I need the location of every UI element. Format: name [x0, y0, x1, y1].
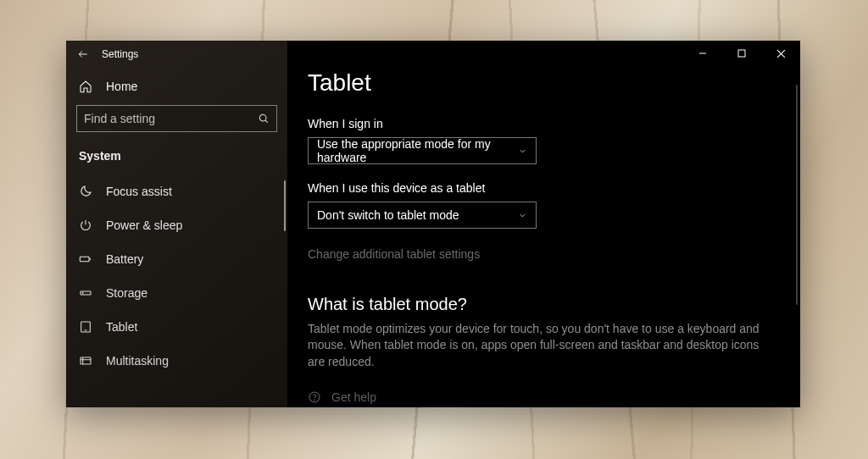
advanced-link[interactable]: Change additional tablet settings	[308, 247, 780, 261]
svg-point-3	[82, 293, 83, 294]
chevron-down-icon	[518, 147, 527, 156]
sign-in-label: When I sign in	[308, 117, 780, 130]
minimize-button[interactable]	[683, 41, 722, 66]
search-container	[76, 105, 277, 132]
moon-icon	[79, 185, 92, 198]
multitasking-icon	[79, 354, 92, 368]
minimize-icon	[698, 49, 707, 58]
sidebar-item-label: Storage	[106, 286, 147, 300]
titlebar: Settings	[66, 41, 287, 68]
search-input[interactable]	[84, 112, 253, 125]
arrow-left-icon	[77, 48, 89, 60]
power-icon	[79, 218, 92, 232]
sidebar-item-focus-assist[interactable]: Focus assist	[66, 174, 287, 208]
sidebar: Settings Home System Focus assist	[66, 41, 287, 407]
sidebar-nav: Focus assist Power & sleep Battery Stora…	[66, 174, 287, 378]
sidebar-item-label: Tablet	[106, 320, 137, 334]
sidebar-scrollbar[interactable]	[284, 180, 286, 231]
get-help-row[interactable]: Get help	[308, 390, 780, 404]
sidebar-item-label: Power & sleep	[106, 218, 182, 232]
tablet-use-label: When I use this device as a tablet	[308, 181, 780, 195]
sidebar-item-label: Multitasking	[106, 354, 169, 368]
search-input-wrap[interactable]	[76, 105, 277, 132]
sidebar-item-storage[interactable]: Storage	[66, 276, 287, 310]
window-controls	[683, 41, 800, 66]
sign-in-combobox[interactable]: Use the appropriate mode for my hardware	[308, 137, 537, 164]
sidebar-item-battery[interactable]: Battery	[66, 242, 287, 276]
settings-window: Settings Home System Focus assist	[66, 41, 800, 407]
home-icon	[79, 80, 92, 93]
app-title: Settings	[102, 48, 138, 60]
main-scrollbar[interactable]	[796, 85, 798, 305]
sidebar-item-multitasking[interactable]: Multitasking	[66, 344, 287, 378]
main-pane: Tablet When I sign in Use the appropriat…	[287, 41, 800, 407]
sign-in-value: Use the appropriate mode for my hardware	[317, 137, 518, 164]
sidebar-item-label: Focus assist	[106, 185, 172, 198]
sidebar-item-home[interactable]: Home	[66, 68, 287, 105]
close-button[interactable]	[761, 41, 800, 66]
home-label: Home	[106, 80, 137, 93]
help-icon	[308, 390, 321, 404]
sidebar-item-label: Battery	[106, 252, 143, 266]
tablet-use-value: Don't switch to tablet mode	[317, 208, 459, 222]
storage-icon	[79, 286, 92, 300]
get-help-label: Get help	[331, 390, 376, 404]
tablet-icon	[79, 320, 92, 334]
tablet-use-combobox[interactable]: Don't switch to tablet mode	[308, 202, 537, 229]
svg-point-8	[314, 400, 315, 401]
svg-rect-5	[81, 357, 91, 364]
back-button[interactable]	[75, 48, 92, 60]
maximize-button[interactable]	[722, 41, 761, 66]
svg-rect-6	[738, 50, 745, 57]
what-is-heading: What is tablet mode?	[308, 295, 780, 314]
what-is-body: Tablet mode optimizes your device for to…	[308, 321, 765, 370]
svg-rect-1	[80, 257, 89, 261]
sidebar-item-tablet[interactable]: Tablet	[66, 310, 287, 344]
chevron-down-icon	[518, 211, 527, 220]
sidebar-category: System	[66, 146, 287, 174]
svg-point-0	[259, 114, 266, 121]
sidebar-item-power-sleep[interactable]: Power & sleep	[66, 208, 287, 242]
search-icon	[258, 113, 270, 124]
close-icon	[776, 49, 786, 58]
battery-icon	[79, 252, 92, 266]
maximize-icon	[737, 49, 746, 58]
